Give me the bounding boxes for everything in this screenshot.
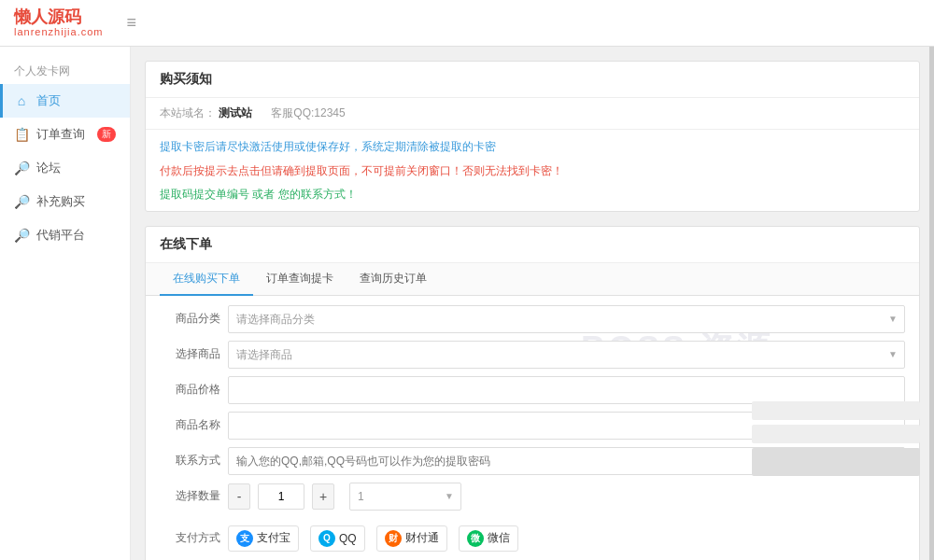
sidebar: 个人发卡网 ⌂ 首页 📋 订单查询 新 🔎 论坛 🔎 补充购买 🔎 代销平台	[0, 47, 131, 560]
product-label: 选择商品	[160, 346, 220, 362]
product-select[interactable]: 请选择商品	[228, 341, 905, 369]
repurchase-icon: 🔎	[14, 194, 29, 209]
sidebar-item-label-repurchase: 补充购买	[36, 193, 85, 210]
orders-badge: 新	[97, 127, 116, 142]
quantity-extra-select[interactable]: 1	[349, 483, 461, 511]
order-tabs: 在线购买下单 订单查询提卡 查询历史订单	[146, 263, 919, 296]
sidebar-item-label-home: 首页	[36, 92, 61, 109]
payment-wechat[interactable]: 微 微信	[459, 525, 518, 552]
payment-row: 支付方式 支 支付宝 Q QQ 财	[160, 518, 905, 559]
home-icon: ⌂	[14, 93, 29, 108]
alipay-label: 支付宝	[257, 530, 290, 546]
quantity-input[interactable]	[258, 483, 304, 510]
tab-query-history[interactable]: 查询历史订单	[347, 263, 440, 296]
category-label: 商品分类	[160, 311, 220, 327]
quantity-extra-select-wrapper: 1 ▼	[349, 483, 461, 511]
proxy-icon: 🔎	[14, 228, 29, 243]
notice-title: 购买须知	[146, 62, 919, 98]
logo: 懒人源码 lanrenzhijia.com	[14, 8, 103, 38]
payment-qq[interactable]: Q QQ	[310, 525, 365, 552]
right-panel	[752, 401, 920, 481]
payment-label: 支付方式	[160, 530, 220, 546]
alipay-icon: 支	[236, 530, 253, 547]
tab-buy[interactable]: 在线购买下单	[160, 263, 253, 296]
quantity-row: 选择数量 - + 1 ▼	[160, 483, 905, 511]
main-content: 购买须知 本站域名： 测试站 客服QQ:12345 提取卡密后请尽快激活使用或使…	[131, 47, 934, 560]
price-row: 商品价格	[160, 376, 905, 404]
wechat-icon: 微	[467, 530, 484, 547]
category-row: 商品分类 请选择商品分类 ▼	[160, 305, 905, 333]
logo-area: 懒人源码 lanrenzhijia.com ≡	[14, 8, 136, 38]
notice-card: 购买须知 本站域名： 测试站 客服QQ:12345 提取卡密后请尽快激活使用或使…	[145, 61, 920, 212]
logo-sub: lanrenzhijia.com	[14, 26, 103, 37]
product-select-wrapper: 请选择商品 ▼	[228, 341, 905, 369]
order-title: 在线下单	[146, 227, 919, 263]
scroll-indicator	[929, 47, 934, 560]
notice-tip-2: 付款后按提示去点击但请确到提取页面，不可提前关闭窗口！否则无法找到卡密！	[160, 161, 905, 182]
notice-tip-3: 提取码提交单编号 或者 您的联系方式！	[160, 185, 905, 205]
order-card: 在线下单 在线购买下单 订单查询提卡 查询历史订单 商品分类 请选择商品分类	[145, 226, 920, 560]
tong-label: 财付通	[405, 530, 439, 546]
sidebar-item-label-proxy: 代销平台	[36, 227, 85, 244]
payment-options: 支 支付宝 Q QQ 财 财付通	[228, 518, 518, 559]
sidebar-item-forum[interactable]: 🔎 论坛	[0, 151, 130, 185]
notice-tips: 提取卡密后请尽快激活使用或使保存好，系统定期清除被提取的卡密 付款后按提示去点击…	[146, 130, 919, 211]
sidebar-item-home[interactable]: ⌂ 首页	[0, 84, 130, 118]
quantity-control: - +	[228, 483, 334, 510]
forum-icon: 🔎	[14, 161, 29, 175]
wechat-label: 微信	[488, 530, 510, 546]
sidebar-item-proxy[interactable]: 🔎 代销平台	[0, 218, 130, 252]
sidebar-item-label-forum: 论坛	[36, 160, 61, 176]
contact-label: 联系方式	[160, 453, 220, 469]
header: 懒人源码 lanrenzhijia.com ≡	[0, 0, 934, 47]
qq-label: QQ	[339, 532, 357, 545]
notice-tip-1: 提取卡密后请尽快激活使用或使保存好，系统定期清除被提取的卡密	[160, 137, 905, 158]
sidebar-section-title: 个人发卡网	[0, 56, 130, 84]
orders-icon: 📋	[14, 127, 29, 142]
order-form: 商品分类 请选择商品分类 ▼ 选择商品 请选择商	[146, 296, 919, 560]
product-row: 选择商品 请选择商品 ▼	[160, 341, 905, 369]
payment-tong[interactable]: 财 财付通	[376, 525, 447, 552]
qq-label: 客服QQ:12345	[271, 105, 345, 121]
qq-icon: Q	[318, 530, 335, 547]
logo-main: 懒人源码	[14, 8, 103, 27]
sidebar-item-label-orders: 订单查询	[36, 126, 85, 143]
quantity-label: 选择数量	[160, 488, 220, 504]
sidebar-item-repurchase[interactable]: 🔎 补充购买	[0, 185, 130, 218]
payment-alipay[interactable]: 支 支付宝	[228, 525, 299, 552]
site-name-label: 本站域名： 测试站	[160, 105, 252, 121]
category-select[interactable]: 请选择商品分类	[228, 305, 905, 333]
site-name-value: 测试站	[219, 106, 252, 119]
price-input[interactable]	[228, 376, 905, 404]
notice-info-row: 本站域名： 测试站 客服QQ:12345	[146, 98, 919, 130]
tab-query-card[interactable]: 订单查询提卡	[253, 263, 347, 296]
quantity-plus-button[interactable]: +	[312, 483, 334, 510]
product-name-label: 商品名称	[160, 417, 220, 433]
tong-icon: 财	[385, 530, 402, 547]
quantity-minus-button[interactable]: -	[228, 483, 250, 510]
menu-icon[interactable]: ≡	[126, 13, 136, 33]
sidebar-item-orders[interactable]: 📋 订单查询 新	[0, 118, 130, 151]
category-select-wrapper: 请选择商品分类 ▼	[228, 305, 905, 333]
price-label: 商品价格	[160, 382, 220, 398]
